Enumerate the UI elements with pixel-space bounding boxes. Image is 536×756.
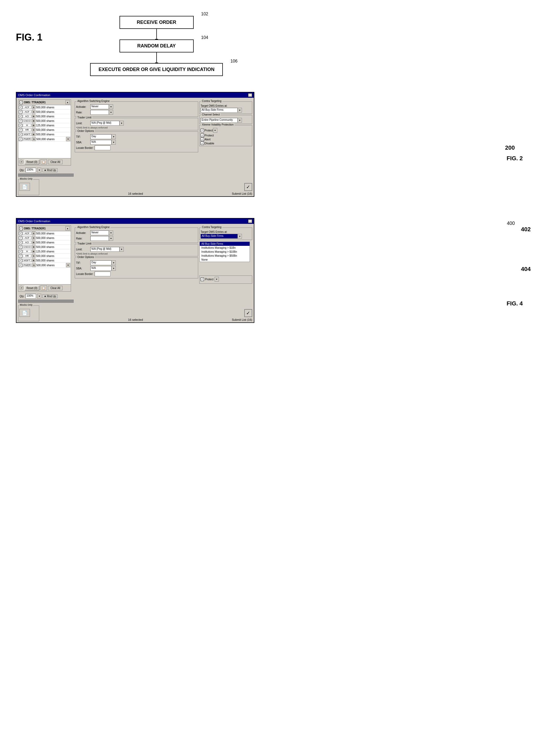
target-dropdown-arrow[interactable]: ▼	[238, 108, 242, 113]
tif-input[interactable]: Day	[90, 260, 112, 265]
scroll-indicator[interactable]: ▼	[66, 263, 70, 267]
order-checkbox[interactable]: ✓	[19, 115, 22, 118]
fig4-sba-row: SBA: N/A ▼	[76, 266, 197, 271]
tif-input[interactable]: Day	[90, 134, 112, 139]
order-checkbox[interactable]: ✓	[19, 245, 22, 249]
target-dropdown-arrow[interactable]: ▼	[238, 234, 242, 239]
rnd-up-button[interactable]: ★ Rnd Up	[42, 294, 57, 298]
alert-checkbox[interactable]: ✓	[201, 138, 204, 141]
order-checkbox[interactable]: ✓	[19, 241, 22, 244]
order-checkbox[interactable]: ✓	[19, 264, 22, 267]
table-row: ✓ H B 125,000 shares	[18, 249, 71, 254]
dropdown-item-4[interactable]: Institutions Managing > $50Bn	[200, 254, 250, 258]
order-checkbox[interactable]: ✓	[19, 138, 22, 141]
fig4-submit-checkmark[interactable]: ✓	[244, 309, 252, 317]
rate-input[interactable]	[90, 110, 109, 115]
qty-input[interactable]: 100%	[25, 294, 36, 299]
fig2-locate-row: Locate Border:	[76, 146, 197, 150]
disable-checkbox[interactable]: ✓	[201, 142, 204, 145]
fig4-close-btn[interactable]: X	[248, 219, 252, 223]
dropdown-item-5[interactable]: None	[200, 258, 250, 262]
order-checkbox[interactable]: ✓	[19, 133, 22, 136]
qty-dropdown-arrow[interactable]: ▼	[37, 294, 41, 299]
scroll-indicator[interactable]: ▼	[66, 137, 70, 141]
fig4-contra-dropdown[interactable]: All Buy-Side Firms Institutions Managing…	[199, 242, 250, 262]
limit-label: Limit:	[76, 122, 89, 125]
protect-checkbox[interactable]: ✓	[201, 278, 204, 281]
target-input[interactable]: All Buy-Side Firms	[201, 234, 238, 239]
locate-border-label: Locate Border:	[76, 273, 93, 276]
fig2-scroll-up[interactable]: ▲	[65, 100, 70, 104]
rate-input[interactable]	[90, 236, 109, 241]
order-checkbox[interactable]: ✓	[19, 110, 22, 114]
activate-input[interactable]: Never	[90, 230, 109, 235]
target-input[interactable]: All Buy-Side Firms	[201, 108, 238, 113]
fig4-order-footer: ↺ Reset (0) 📋 Clear All	[18, 284, 71, 291]
fig4-scroll-up[interactable]: ▲	[65, 226, 70, 230]
order-checkbox[interactable]: ✓	[19, 236, 22, 240]
limit-dropdown-arrow[interactable]: ▼	[119, 121, 124, 125]
locate-border-input[interactable]	[95, 272, 111, 276]
sba-dropdown-arrow[interactable]: ▼	[112, 266, 116, 271]
fig2-clear-all-button[interactable]: Clear All	[48, 160, 62, 164]
table-row: ✓ ACI B 500,000 shares	[18, 240, 71, 245]
sba-input[interactable]: N/A	[90, 266, 112, 271]
sba-input[interactable]: N/A	[90, 140, 112, 145]
fig4-trader-limit-group: Trader Limit Limit: N/A (Peg @ Mid) ▼ *O…	[75, 244, 198, 256]
order-checkbox[interactable]: ✓	[19, 106, 22, 109]
protect-dropdown-arrow[interactable]: ▼	[215, 277, 219, 281]
fig4-algo-group: Algorithm Switching Engine Activate: Nev…	[75, 228, 198, 243]
fig4-qty-row: Qty: 100% ▼ ★ Rnd Up	[18, 293, 74, 300]
table-row: ✓ MSFT B 500,000 shares	[18, 258, 71, 263]
order-shares: 500,000 shares	[36, 138, 54, 141]
qty-dropdown-arrow[interactable]: ▼	[37, 168, 41, 173]
channel-dropdown-arrow[interactable]: ▼	[238, 118, 242, 123]
fig4-select-all-checkbox[interactable]: ✓	[19, 227, 23, 230]
activate-input[interactable]: Never	[90, 104, 109, 109]
limit-input[interactable]: N/A (Peg @ Mid)	[90, 247, 119, 252]
rate-dropdown-arrow[interactable]: ▼	[109, 236, 113, 241]
order-checkbox[interactable]: ✓	[19, 254, 22, 258]
rnd-up-button[interactable]: ★ Rnd Up	[42, 168, 57, 172]
order-checkbox[interactable]: ✓	[19, 128, 22, 132]
sba-dropdown-arrow[interactable]: ▼	[112, 140, 116, 145]
activate-dropdown-arrow[interactable]: ▼	[109, 104, 113, 109]
limit-dropdown-arrow[interactable]: ▼	[119, 247, 124, 252]
qty-input[interactable]: 100%	[25, 168, 36, 173]
table-row: ✓ PWER S 500,000 shares ▼	[18, 263, 71, 268]
fig2-reset-button[interactable]: Reset (0)	[24, 159, 40, 164]
tif-dropdown-arrow[interactable]: ▼	[112, 260, 116, 265]
order-shares: 500,000 shares	[36, 246, 54, 248]
tif-dropdown-arrow[interactable]: ▼	[112, 134, 116, 139]
fig4-orders-container: ✓ ACF S 500,000 shares ✓ ACF S 500,000 s…	[18, 231, 71, 284]
order-checkbox[interactable]: ✓	[19, 119, 22, 123]
protect2-checkbox[interactable]: ✓	[201, 134, 204, 137]
fig4-clear-all-button[interactable]: Clear All	[48, 286, 62, 290]
order-checkbox[interactable]: ✓	[19, 259, 22, 262]
order-checkbox[interactable]: ✓	[19, 250, 22, 253]
fig2-submit-checkmark[interactable]: ✓	[244, 183, 252, 191]
fig2-contra-group: Contra Targeting Target OMS Entries at: …	[199, 101, 252, 114]
protect1-dropdown-arrow[interactable]: ▼	[213, 128, 217, 133]
fig2-close-btn[interactable]: X	[248, 93, 252, 97]
fig2-select-all-checkbox[interactable]: ✓	[19, 101, 23, 104]
fig2-submit-area: ✓ Submit List (16)	[232, 183, 252, 195]
rate-dropdown-arrow[interactable]: ▼	[109, 110, 113, 115]
dropdown-item-2[interactable]: Institutions Managing > $1Bn	[200, 246, 250, 250]
activate-select-group: Never ▼	[90, 104, 113, 109]
dropdown-item-1[interactable]: All Buy-Side Firms	[200, 242, 250, 246]
dropdown-item-3[interactable]: Institutions Managing > $10Bn	[200, 250, 250, 254]
star-icon: ★	[44, 295, 46, 298]
channel-input[interactable]: Entire Pipeline Community	[201, 118, 238, 123]
order-checkbox[interactable]: ✓	[19, 232, 22, 235]
limit-input[interactable]: N/A (Peg @ Mid)	[90, 121, 119, 125]
locate-border-input[interactable]	[95, 146, 111, 150]
protect1-checkbox[interactable]: ✓	[201, 129, 204, 132]
fig4-reset-button[interactable]: Reset (0)	[24, 285, 40, 291]
table-row: ✓ ACI B 500,000 shares	[18, 114, 71, 119]
activate-select-group: Never ▼	[90, 230, 113, 235]
fig2-algo-title: Algorithm Switching Engine	[77, 100, 111, 103]
order-checkbox[interactable]: ✓	[19, 124, 22, 127]
activate-dropdown-arrow[interactable]: ▼	[109, 230, 113, 235]
fig4-trader-limit-title: Trader Limit	[77, 242, 92, 245]
